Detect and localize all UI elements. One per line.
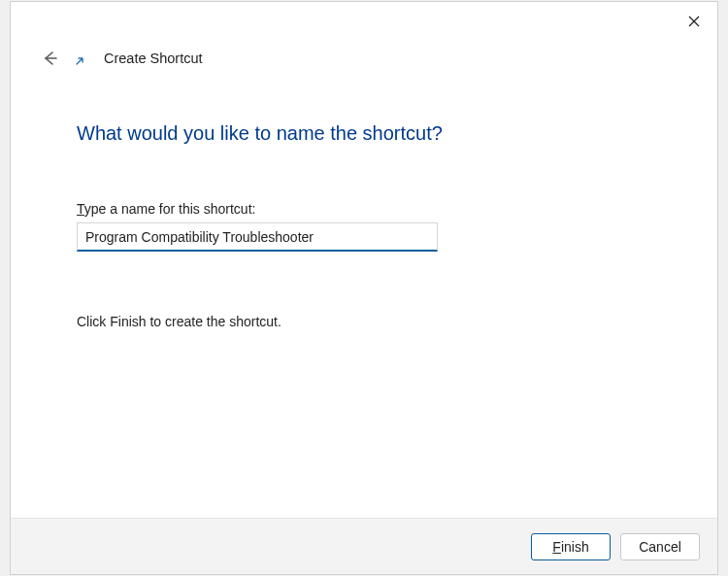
arrow-left-icon [41, 50, 58, 67]
cancel-button[interactable]: Cancel [620, 533, 700, 560]
help-text: Click Finish to create the shortcut. [77, 314, 717, 329]
create-shortcut-window: Create Shortcut What would you like to n… [10, 1, 718, 575]
titlebar [11, 2, 717, 37]
shortcut-name-input[interactable] [77, 222, 438, 252]
wizard-header: Create Shortcut [11, 37, 717, 70]
close-icon [688, 16, 700, 27]
page-heading: What would you like to name the shortcut… [77, 122, 717, 145]
content-area: What would you like to name the shortcut… [11, 70, 717, 518]
name-field-label: Type a name for this shortcut: [77, 201, 717, 217]
back-button[interactable] [38, 47, 61, 70]
footer-buttons: Finish Cancel [11, 518, 717, 574]
wizard-title: Create Shortcut [104, 51, 203, 66]
close-button[interactable] [678, 8, 710, 35]
shortcut-icon [75, 51, 90, 66]
finish-button[interactable]: Finish [531, 533, 611, 560]
